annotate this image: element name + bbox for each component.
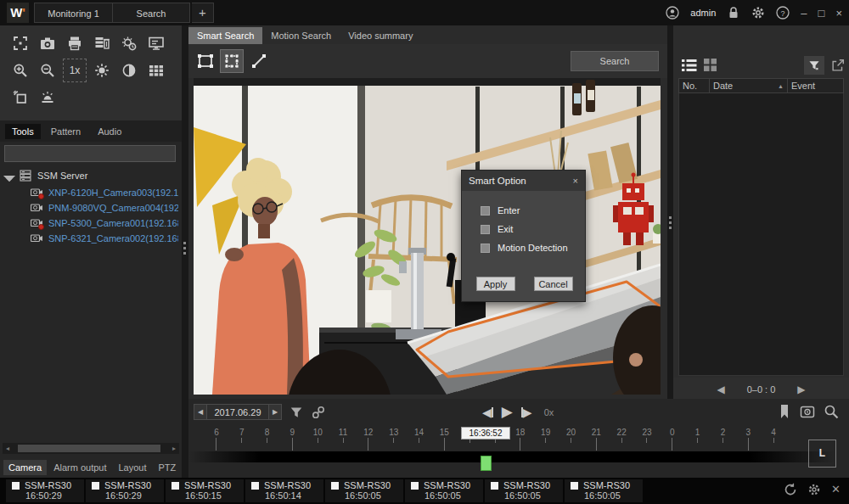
grid-layout-icon[interactable]: [144, 59, 168, 82]
bottom-tab[interactable]: PTZ: [154, 460, 182, 475]
workspace-tab[interactable]: Monitoring 1: [34, 3, 112, 23]
settings-gear-icon[interactable]: [751, 6, 765, 20]
camera-tree-item[interactable]: XNP-6120H_Camera003(192.168.1.: [0, 185, 178, 200]
camera-tree-item[interactable]: PNM-9080VQ_Camera004(192.168: [0, 200, 178, 216]
video-frame[interactable]: Smart Option × Enter Exit: [194, 78, 661, 395]
bottom-tab[interactable]: Camera: [3, 460, 47, 475]
maximize-button[interactable]: □: [818, 7, 825, 20]
thumbnail-checkbox[interactable]: [171, 482, 179, 490]
line-roi-icon[interactable]: [247, 49, 271, 73]
thumbnail-checkbox[interactable]: [491, 482, 498, 490]
thumbnail-checkbox[interactable]: [12, 482, 20, 490]
close-button[interactable]: ×: [835, 7, 842, 20]
camera-search-input[interactable]: [4, 145, 176, 162]
area-select-icon[interactable]: [8, 86, 32, 109]
camera-tree-item[interactable]: SNP-5300_Camera001(192.168.10: [0, 216, 178, 231]
column-no[interactable]: No.: [679, 79, 710, 92]
tree-expand-arrow-icon[interactable]: [3, 170, 15, 182]
minimize-button[interactable]: –: [801, 7, 807, 20]
recorded-data-band[interactable]: [188, 451, 842, 462]
workspace-tab[interactable]: Search: [112, 3, 190, 23]
rect-roi-icon[interactable]: [194, 49, 217, 73]
close-icon[interactable]: ✕: [831, 483, 841, 496]
left-panel-tab[interactable]: Tools: [5, 124, 41, 139]
dashed-roi-icon[interactable]: [220, 49, 244, 73]
brightness-icon[interactable]: [90, 59, 114, 82]
bottom-tab[interactable]: Alarm output: [48, 460, 111, 475]
timeline-position-marker[interactable]: [481, 456, 492, 471]
thumbnail-checkbox[interactable]: [92, 482, 99, 490]
scroll-left-arrow-icon[interactable]: ◂: [3, 445, 13, 452]
checkbox[interactable]: [481, 244, 490, 253]
alarm-lamp-icon[interactable]: [36, 86, 59, 109]
result-thumbnail-cell[interactable]: SSM-RS30 16:50:05: [565, 479, 643, 502]
live-button[interactable]: L: [808, 440, 836, 468]
search-magnifier-icon[interactable]: [824, 404, 839, 419]
dialog-close-icon[interactable]: ×: [573, 176, 578, 186]
current-date[interactable]: 2017.06.29: [207, 404, 268, 420]
backup-delete-icon[interactable]: [90, 31, 114, 55]
refresh-icon[interactable]: [784, 483, 797, 496]
search-mode-tab[interactable]: Motion Search: [262, 27, 340, 44]
export-icon[interactable]: [830, 58, 846, 73]
thumbnail-checkbox[interactable]: [571, 482, 578, 490]
add-tab-button[interactable]: +: [192, 3, 214, 23]
help-icon[interactable]: ?: [776, 6, 790, 20]
original-size-1x-button[interactable]: 1x: [63, 59, 87, 82]
tree-root-ssm-server[interactable]: SSM Server: [0, 166, 178, 185]
list-view-icon[interactable]: [681, 58, 698, 73]
bottom-tab[interactable]: Layout: [114, 460, 152, 475]
osd-monitor-icon[interactable]: [144, 31, 168, 55]
page-prev-icon[interactable]: ◀: [717, 384, 724, 395]
column-date[interactable]: Date▲: [710, 79, 788, 92]
search-button[interactable]: Search: [571, 51, 659, 71]
grid-view-icon[interactable]: [703, 58, 717, 72]
step-back-icon[interactable]: ◀: [482, 406, 493, 419]
step-forward-icon[interactable]: ▶: [521, 406, 532, 419]
result-thumbnail-cell[interactable]: SSM-RS30 16:50:05: [325, 479, 403, 502]
bookmark-icon[interactable]: [778, 404, 791, 419]
result-thumbnail-cell[interactable]: SSM-RS30 16:50:14: [245, 479, 323, 502]
dialog-titlebar[interactable]: Smart Option ×: [462, 171, 585, 191]
scrollbar-thumb[interactable]: [18, 445, 160, 452]
result-thumbnail-cell[interactable]: SSM-RS30 16:50:05: [485, 479, 563, 502]
play-icon[interactable]: ▶: [502, 403, 513, 421]
left-panel-tab[interactable]: Pattern: [44, 124, 87, 139]
left-splitter[interactable]: [182, 25, 188, 478]
lock-icon[interactable]: [727, 6, 740, 20]
link-icon[interactable]: [311, 405, 326, 420]
filter-icon[interactable]: [289, 405, 304, 420]
left-panel-tab[interactable]: Audio: [91, 124, 128, 139]
next-date-icon[interactable]: ▶: [268, 404, 282, 420]
checkbox[interactable]: [481, 206, 490, 216]
result-thumbnail-cell[interactable]: SSM-RS30 16:50:29: [6, 479, 84, 502]
result-thumbnail-cell[interactable]: SSM-RS30 16:50:05: [405, 479, 483, 502]
camera-tree-item[interactable]: SNP-6321_Camera002(192.168.1.1: [0, 231, 178, 246]
search-mode-tab[interactable]: Video summary: [340, 27, 421, 44]
result-thumbnail-cell[interactable]: SSM-RS30 16:50:15: [166, 479, 244, 502]
settings-gear-icon[interactable]: [807, 483, 821, 496]
thumbnail-checkbox[interactable]: [251, 482, 259, 490]
capture-icon[interactable]: [800, 404, 815, 419]
result-thumbnail-cell[interactable]: SSM-RS30 16:50:29: [86, 479, 164, 502]
page-next-icon[interactable]: ▶: [797, 384, 805, 395]
filter-icon[interactable]: [804, 56, 824, 75]
thumbnail-checkbox[interactable]: [331, 482, 339, 490]
capture-camera-icon[interactable]: [36, 31, 59, 55]
cancel-button[interactable]: Cancel: [534, 277, 573, 291]
column-event[interactable]: Event: [788, 79, 843, 92]
expand-screen-icon[interactable]: [8, 31, 32, 55]
zoom-in-icon[interactable]: [8, 59, 32, 82]
event-alarm-icon[interactable]: [117, 31, 141, 55]
print-icon[interactable]: [63, 31, 87, 55]
checkbox[interactable]: [481, 225, 490, 234]
contrast-icon[interactable]: [117, 59, 141, 82]
tree-horizontal-scrollbar[interactable]: ◂ ▸: [3, 443, 179, 454]
search-mode-tab[interactable]: Smart Search: [188, 27, 262, 44]
event-table-body[interactable]: [678, 93, 844, 376]
scroll-right-arrow-icon[interactable]: ▸: [169, 445, 179, 452]
thumbnail-checkbox[interactable]: [411, 482, 419, 490]
apply-button[interactable]: Apply: [476, 277, 515, 291]
prev-date-icon[interactable]: ◀: [194, 404, 207, 420]
zoom-out-icon[interactable]: [36, 59, 59, 82]
